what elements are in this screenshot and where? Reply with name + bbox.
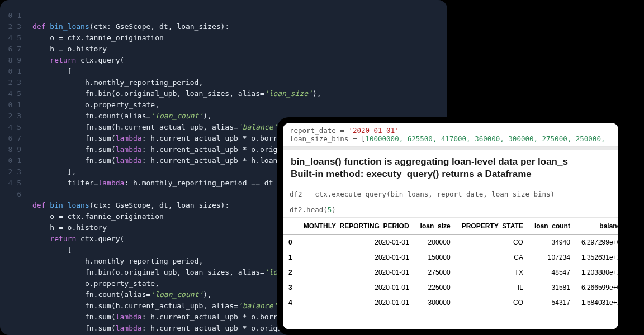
table-cell: 2020-01-01 [298, 280, 415, 295]
table-header [283, 218, 298, 235]
table-cell: 2020-01-01 [298, 235, 415, 250]
table-header: loan_count [529, 218, 576, 235]
table-header: MONTHLY_REPORTING_PERIOD [298, 218, 415, 235]
md-line-2: Built-in method: executy_query() returns… [291, 169, 532, 179]
table-cell: 107234 [529, 250, 576, 265]
table-cell: 6.266599e+09 [576, 280, 618, 295]
table-header: balance [576, 218, 618, 235]
table-header: PROPERTY_STATE [456, 218, 529, 235]
table-row: 32020-01-01225000IL315816.266599e+094.65… [283, 280, 618, 295]
table-cell: 200000 [415, 235, 456, 250]
row-index: 3 [283, 280, 298, 295]
notebook-inner: report_date = '2020-01-01' loan_size_bin… [283, 123, 618, 329]
row-index: 0 [283, 235, 298, 250]
row-index: 1 [283, 250, 298, 265]
table-cell: CO [456, 295, 529, 310]
table-cell: 300000 [415, 295, 456, 310]
table-cell: 31581 [529, 280, 576, 295]
table-row: 22020-01-01275000TX485471.203880e+108.97… [283, 265, 618, 280]
table-cell: 2020-01-01 [298, 295, 415, 310]
table-cell: 2020-01-01 [298, 250, 415, 265]
table-cell: 6.297299e+09 [576, 235, 618, 250]
table-cell: 54317 [529, 295, 576, 310]
table-cell: CO [456, 235, 529, 250]
table-cell: TX [456, 265, 529, 280]
table-cell: 225000 [415, 280, 456, 295]
table-cell: 2020-01-01 [298, 265, 415, 280]
notebook-cell-2[interactable]: df2 = ctx.execute_query(bin_loans, repor… [283, 186, 618, 202]
table-cell: 275000 [415, 265, 456, 280]
notebook-cell-3[interactable]: df2.head(5) [283, 202, 618, 218]
table-cell: 150000 [415, 250, 456, 265]
line-number-gutter: 0 1 2 3 4 5 6 7 8 9 0 1 2 3 4 5 0 1 2 3 … [0, 10, 27, 200]
md-line-1: bin_loans() function is aggregating loan… [291, 156, 568, 167]
table-row: 12020-01-01150000CA1072341.352631e+101.0… [283, 250, 618, 265]
row-index: 4 [283, 295, 298, 310]
row-index: 2 [283, 265, 298, 280]
table-row: 02020-01-01200000CO349406.297299e+094.71… [283, 235, 618, 250]
table-cell: IL [456, 280, 529, 295]
table-row: 42020-01-01300000CO543171.584031e+101.16… [283, 295, 618, 310]
notebook-panel: report_date = '2020-01-01' loan_size_bin… [277, 117, 624, 335]
notebook-cell-1[interactable]: report_date = '2020-01-01' loan_size_bin… [283, 123, 618, 147]
table-cell: 1.584031e+10 [576, 295, 618, 310]
notebook-markdown-cell: bin_loans() function is aggregating loan… [283, 150, 618, 186]
table-cell: 48547 [529, 265, 576, 280]
table-cell: 34940 [529, 235, 576, 250]
table-header: loan_size [415, 218, 456, 235]
table-cell: 1.203880e+10 [576, 265, 618, 280]
dataframe-output-table: MONTHLY_REPORTING_PERIODloan_sizePROPERT… [283, 218, 618, 310]
table-cell: CA [456, 250, 529, 265]
table-cell: 1.352631e+10 [576, 250, 618, 265]
